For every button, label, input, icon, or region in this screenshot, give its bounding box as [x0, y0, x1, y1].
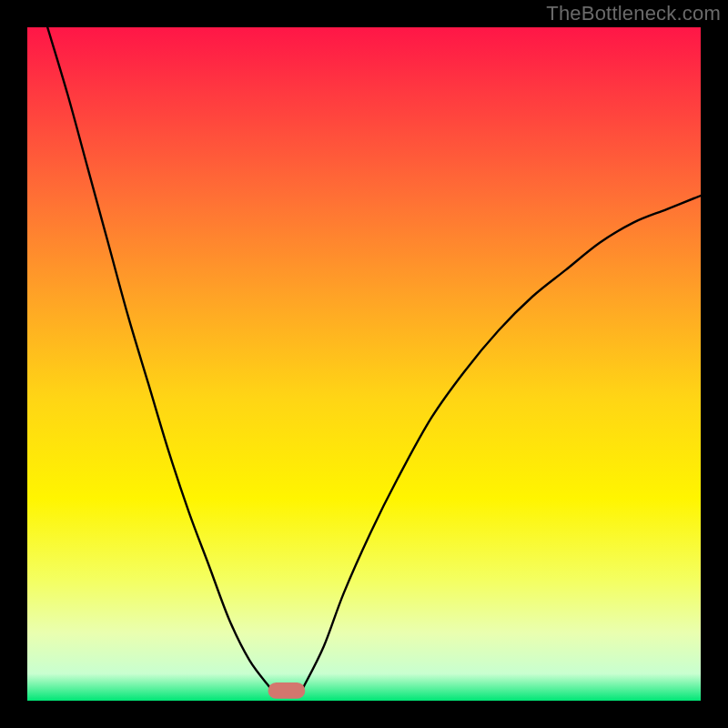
chart-plot-area — [27, 27, 701, 701]
bottleneck-marker — [268, 682, 306, 699]
chart-frame: TheBottleneck.com — [0, 0, 728, 728]
chart-background — [27, 27, 701, 701]
watermark-text: TheBottleneck.com — [546, 2, 721, 25]
chart-svg — [27, 27, 701, 701]
